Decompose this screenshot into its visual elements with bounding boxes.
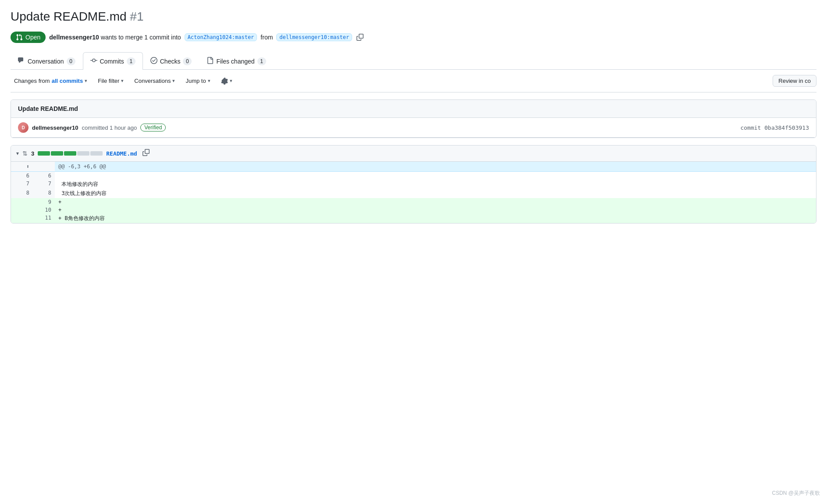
pill-1 (38, 151, 50, 156)
tab-checks-label: Checks (160, 58, 181, 65)
review-btn-label: Review in co (778, 78, 811, 84)
conversations-btn[interactable]: Conversations ▾ (131, 76, 178, 86)
commit-meta: D dellmessenger10 committed 1 hour ago V… (11, 118, 816, 138)
pill-4 (77, 151, 89, 156)
table-row: 9 + (11, 198, 816, 206)
changes-from-filter[interactable]: Changes from all commits ▾ (11, 76, 91, 86)
commit-block: Update README.md D dellmessenger10 commi… (11, 99, 816, 138)
diff-pills (38, 151, 103, 156)
commit-author[interactable]: dellmessenger10 (32, 124, 78, 131)
commit-sha[interactable]: commit 0ba384f503913 (740, 124, 809, 131)
tab-checks[interactable]: Checks 0 (143, 52, 200, 70)
line-code (55, 172, 816, 180)
hunk-line-num-old: ⬆ (11, 162, 33, 172)
diff-arrows: ⇅ (22, 150, 28, 157)
tab-commits[interactable]: Commits 1 (83, 52, 143, 70)
hunk-range: @@ -6,3 +6,6 @@ (55, 162, 816, 172)
verified-badge: Verified (140, 124, 166, 131)
line-num-old: 8 (11, 189, 33, 198)
changes-from-label: Changes from (14, 78, 50, 84)
line-code: + (55, 198, 816, 206)
changes-from-value: all commits (52, 78, 83, 84)
settings-btn[interactable]: ▾ (217, 76, 236, 86)
filter-bar: Changes from all commits ▾ File filter ▾… (11, 70, 816, 92)
status-text: Open (25, 34, 40, 41)
commit-title-text: Update README.md (18, 105, 78, 112)
tab-commits-label: Commits (100, 58, 124, 65)
pr-title-text: Update README.md (11, 10, 127, 23)
pill-2 (51, 151, 63, 156)
line-num-new: 7 (33, 180, 55, 189)
status-badge: Open (11, 32, 46, 43)
conversation-icon (18, 57, 25, 65)
table-row: 8 8 3次线上修改的内容 (11, 189, 816, 198)
file-filter-chevron: ▾ (121, 78, 124, 84)
from-text: from (260, 34, 273, 41)
copy-branch-icon[interactable] (356, 34, 364, 41)
table-row: 10 + (11, 206, 816, 214)
table-row: 11 + B角色修改的内容 (11, 214, 816, 223)
tab-conversation[interactable]: Conversation 0 (11, 52, 83, 70)
file-filter-btn[interactable]: File filter ▾ (94, 76, 127, 86)
hunk-header-row: ⬆ @@ -6,3 +6,6 @@ (11, 162, 816, 172)
checks-icon (150, 57, 157, 65)
tab-conversation-count: 0 (67, 57, 75, 65)
commits-icon (90, 57, 97, 65)
line-code: + (55, 206, 816, 214)
avatar: D (18, 122, 29, 133)
tab-files-changed[interactable]: Files changed 1 (199, 52, 273, 70)
commit-time-text: committed 1 hour ago (82, 124, 137, 131)
pr-meta: Open dellmessenger10 wants to merge 1 co… (11, 32, 816, 43)
tab-files-changed-count: 1 (257, 57, 266, 65)
line-num-old: 7 (11, 180, 33, 189)
files-icon (207, 57, 214, 65)
jump-to-chevron: ▾ (208, 78, 210, 84)
filename[interactable]: README.md (106, 150, 137, 157)
target-branch[interactable]: ActonZhang1024:master (185, 33, 257, 41)
jump-to-btn[interactable]: Jump to ▾ (182, 76, 214, 86)
collapse-btn[interactable]: ▾ (16, 150, 19, 156)
source-branch[interactable]: dellmessenger10:master (276, 33, 352, 41)
expand-icon[interactable]: ⬆ (26, 163, 29, 170)
file-diff-header: ▾ ⇅ 3 README.md (11, 146, 816, 162)
table-row: 7 7 本地修改的内容 (11, 180, 816, 189)
pr-number: #1 (130, 10, 143, 23)
tab-files-changed-label: Files changed (216, 58, 254, 65)
conversations-label: Conversations (134, 78, 171, 84)
pill-3 (64, 151, 76, 156)
line-num-new: 9 (33, 198, 55, 206)
line-num-old (11, 214, 33, 223)
file-filter-label: File filter (98, 78, 119, 84)
pr-author: dellmessenger10 wants to merge 1 commit … (49, 34, 181, 41)
tab-commits-count: 1 (127, 57, 135, 65)
line-num-new: 10 (33, 206, 55, 214)
table-row: 6 6 (11, 172, 816, 180)
line-num-new: 11 (33, 214, 55, 223)
line-code: 本地修改的内容 (55, 180, 816, 189)
settings-chevron: ▾ (230, 78, 232, 84)
line-code: + B角色修改的内容 (55, 214, 816, 223)
tab-conversation-label: Conversation (28, 58, 64, 65)
pr-open-icon (16, 34, 23, 41)
hunk-line-num-new (33, 162, 55, 172)
line-num-old (11, 198, 33, 206)
diff-count: 3 (31, 150, 34, 157)
diff-table: ⬆ @@ -6,3 +6,6 @@ 6 6 7 7 本地修改的内容 8 8 (11, 162, 816, 223)
pill-5 (90, 151, 103, 156)
copy-file-btn[interactable] (143, 149, 150, 158)
line-num-old (11, 206, 33, 214)
tabs-container: Conversation 0 Commits 1 Checks 0 Files … (11, 52, 816, 70)
conversations-chevron: ▾ (172, 78, 175, 84)
line-num-new: 8 (33, 189, 55, 198)
changes-from-chevron: ▾ (85, 78, 87, 84)
tab-checks-count: 0 (183, 57, 192, 65)
commit-title: Update README.md (11, 100, 816, 118)
line-num-old: 6 (11, 172, 33, 180)
line-code: 3次线上修改的内容 (55, 189, 816, 198)
pr-title: Update README.md #1 (11, 9, 816, 25)
review-btn[interactable]: Review in co (773, 75, 816, 87)
file-diff: ▾ ⇅ 3 README.md ⬆ @@ -6,3 +6,6 @@ (11, 145, 816, 224)
jump-to-label: Jump to (185, 78, 206, 84)
line-num-new: 6 (33, 172, 55, 180)
gear-icon (221, 78, 228, 85)
